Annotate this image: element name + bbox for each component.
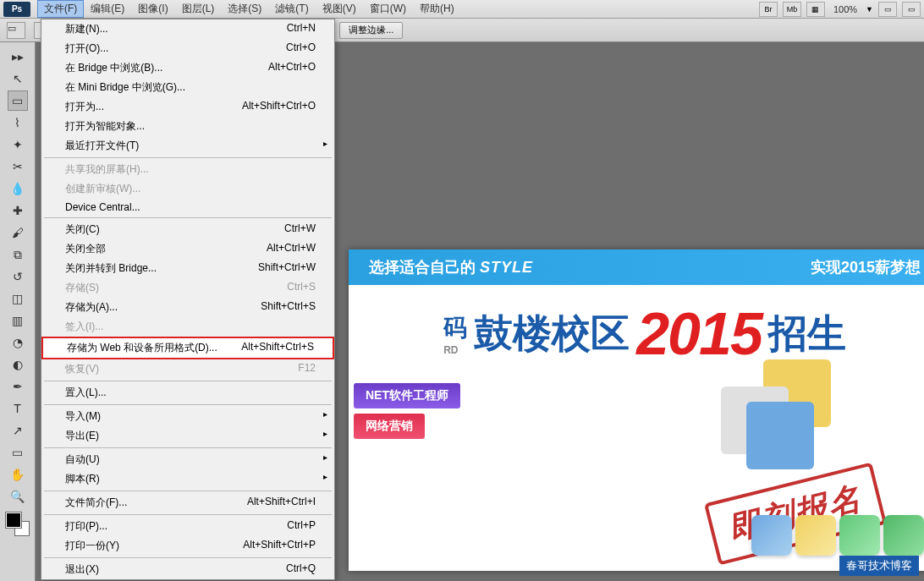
menu-item-label: 置入(L)... [65,386,107,400]
menu-item[interactable]: 存储为(A)...Shift+Ctrl+S [41,298,334,317]
menu-item-shortcut: Alt+Ctrl+W [267,242,316,256]
screen-mode-button[interactable]: ▭ [902,2,921,17]
menu-separator [44,157,332,158]
main-zs-text: 招生 [768,308,846,360]
menu-item[interactable]: 打开为...Alt+Shift+Ctrl+O [41,97,334,117]
menu-item: 共享我的屏幕(H)... [41,160,334,179]
color-swatches[interactable] [6,512,30,536]
menu-item[interactable]: 打印(P)...Ctrl+P [41,517,334,536]
gradient-tool[interactable]: ▥ [8,310,28,331]
menu-separator [44,514,332,515]
wand-tool[interactable]: ✦ [8,134,28,155]
history-brush-tool[interactable]: ↺ [8,266,28,287]
move-tool[interactable]: ↖ [8,69,28,89]
foreground-color[interactable] [6,512,21,528]
menu-item[interactable]: 关闭并转到 Bridge...Shift+Ctrl+W [41,259,334,278]
menu-item-label: 打印一份(Y) [65,539,119,553]
menu-item-label: 导出(E) [65,429,99,443]
menu-help[interactable]: 帮助(H) [413,0,461,18]
menu-edit[interactable]: 编辑(E) [84,0,131,18]
minibridge-button[interactable]: Mb [783,2,801,17]
refine-edge-button[interactable]: 调整边缘... [339,22,403,39]
menu-item[interactable]: 文件简介(F)...Alt+Shift+Ctrl+I [41,493,334,512]
menu-item[interactable]: 新建(N)...Ctrl+N [41,19,334,39]
tag-marketing: 网络营销 [354,414,425,439]
menu-image[interactable]: 图像(I) [131,0,174,18]
menu-item-label: 打开(O)... [65,41,108,56]
arrange-button[interactable]: ▭ [878,2,897,17]
menu-window[interactable]: 窗口(W) [363,0,413,18]
pen-tool[interactable]: ✒ [8,376,28,397]
menu-item-shortcut: Alt+Shift+Ctrl+I [247,496,316,510]
heal-tool[interactable]: ✚ [8,200,28,221]
menu-item-shortcut: Shift+Ctrl+S [261,300,316,315]
menu-item[interactable]: 最近打开文件(T) [41,136,334,156]
menu-item-label: 存储(S) [65,281,99,295]
banner-right-text: 实现2015薪梦想 [811,257,921,277]
menu-item[interactable]: 导出(E) [41,426,334,446]
menu-item-label: 打印(P)... [65,519,107,534]
menu-filter[interactable]: 滤镜(T) [268,0,315,18]
marquee-tool-icon[interactable]: ▭ [7,22,25,39]
eyedropper-tool[interactable]: 💧 [8,178,28,199]
menu-item[interactable]: 脚本(R) [41,469,334,489]
menu-item[interactable]: 关闭(C)Ctrl+W [41,220,334,239]
crop-tool[interactable]: ✂ [8,156,28,177]
menu-item-label: 导入(M) [65,409,101,424]
type-tool[interactable]: T [8,398,28,419]
menu-item[interactable]: 打开为智能对象... [41,117,334,136]
menu-item[interactable]: 存储为 Web 和设备所用格式(D)...Alt+Shift+Ctrl+S [41,337,334,359]
menu-item-label: 退出(X) [65,562,99,577]
main-year-text: 2015 [636,300,762,368]
menu-item[interactable]: 打印一份(Y)Alt+Shift+Ctrl+P [41,536,334,556]
bridge-button[interactable]: Br [759,2,778,17]
main-cn-text: 鼓楼校区 [474,308,630,360]
document-canvas[interactable]: 选择适合自己的 STYLE 实现2015薪梦想 码 RD 鼓楼校区 2015 招… [349,249,924,571]
menu-separator [44,404,332,405]
lasso-tool[interactable]: ⌇ [8,112,28,133]
blur-tool[interactable]: ◔ [8,332,28,353]
menu-item[interactable]: Device Central... [41,199,334,216]
menu-item[interactable]: 置入(L)... [41,383,334,403]
menu-item-shortcut: Alt+Shift+Ctrl+P [243,539,316,553]
path-tool[interactable]: ↗ [8,420,28,441]
menu-view[interactable]: 视图(V) [316,0,363,18]
menu-file[interactable]: 文件(F) [37,0,84,18]
menu-item-label: 在 Mini Bridge 中浏览(G)... [65,80,185,95]
marquee-tool[interactable]: ▭ [8,90,28,111]
banner-style-text: STYLE [480,259,533,276]
menu-item-shortcut: Ctrl+P [287,519,316,534]
menu-item[interactable]: 打开(O)...Ctrl+O [41,39,334,58]
view-extras-button[interactable]: ▦ [806,2,825,17]
brush-tool[interactable]: 🖌 [8,222,28,243]
menu-item-shortcut: Ctrl+N [287,22,316,36]
hand-tool[interactable]: ✋ [8,464,28,485]
menu-item[interactable]: 关闭全部Alt+Ctrl+W [41,239,334,259]
menu-item[interactable]: 在 Bridge 中浏览(B)...Alt+Ctrl+O [41,58,334,78]
menu-bar: Ps 文件(F) 编辑(E) 图像(I) 图层(L) 选择(S) 滤镜(T) 视… [0,0,924,19]
menu-item-shortcut: Ctrl+W [284,222,316,237]
menu-item: 恢复(V)F12 [41,359,334,379]
menu-select[interactable]: 选择(S) [221,0,268,18]
zoom-tool[interactable]: 🔍 [8,486,28,507]
menu-layer[interactable]: 图层(L) [175,0,222,18]
toolbox: ▸▸ ↖ ▭ ⌇ ✦ ✂ 💧 ✚ 🖌 ⧉ ↺ ◫ ▥ ◔ ◐ ✒ T ↗ ▭ ✋… [0,42,36,581]
menu-item[interactable]: 自动(U) [41,450,334,469]
zoom-dropdown-icon[interactable]: ▼ [866,5,873,14]
menu-item[interactable]: 在 Mini Bridge 中浏览(G)... [41,78,334,97]
tab-toggle-icon[interactable]: ▸▸ [8,47,28,67]
cube-icon [839,515,880,556]
menu-item-label: 创建新审核(W)... [65,182,140,196]
shape-tool[interactable]: ▭ [8,442,28,463]
eraser-tool[interactable]: ◫ [8,288,28,309]
menu-item-shortcut: Alt+Shift+Ctrl+S [241,341,314,355]
menu-item-label: 存储为(A)... [65,300,118,315]
stamp-tool[interactable]: ⧉ [8,244,28,265]
menu-item[interactable]: 退出(X)Ctrl+Q [41,560,334,579]
menu-item-label: 存储为 Web 和设备所用格式(D)... [67,341,217,355]
dodge-tool[interactable]: ◐ [8,354,28,375]
cube-icon [751,515,792,556]
menubar-right: Br Mb ▦ 100% ▼ ▭ ▭ [759,2,921,17]
menu-item[interactable]: 导入(M) [41,407,334,426]
menu-item-label: 新建(N)... [65,22,108,36]
